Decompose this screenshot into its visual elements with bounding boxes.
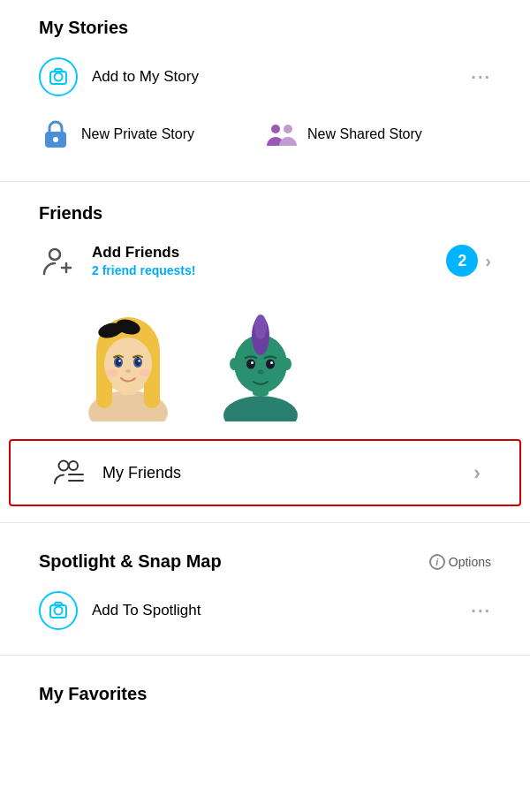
spotlight-title: Spotlight & Snap Map (39, 551, 429, 572)
spotlight-camera-circle (39, 591, 78, 630)
svg-point-20 (135, 359, 140, 366)
new-private-story-label: New Private Story (81, 126, 194, 142)
my-favorites-header: My Favorites (0, 675, 530, 711)
avatars-row (0, 291, 530, 439)
svg-point-32 (266, 360, 275, 369)
svg-point-38 (59, 461, 69, 471)
spotlight-header-row: Spotlight & Snap Map i Options (0, 543, 530, 579)
add-to-spotlight-label: Add To Spotlight (92, 602, 471, 619)
camera-icon (39, 57, 78, 96)
new-shared-story-label: New Shared Story (307, 126, 422, 142)
svg-point-5 (284, 125, 292, 133)
lock-icon (39, 118, 72, 151)
svg-point-3 (53, 137, 58, 142)
svg-point-26 (223, 396, 298, 421)
svg-point-33 (251, 361, 254, 364)
svg-point-13 (104, 338, 152, 391)
my-friends-icon (49, 453, 88, 492)
svg-point-34 (270, 361, 273, 364)
my-stories-section: My Stories Add to My Story ··· (0, 9, 530, 178)
story-options-row: New Private Story New Shared Story (0, 109, 530, 169)
svg-point-36 (230, 358, 238, 370)
page-container: My Stories Add to My Story ··· (0, 0, 530, 720)
svg-point-19 (116, 359, 121, 366)
add-friends-chevron: › (485, 251, 491, 271)
add-friends-row[interactable]: Add Friends 2 friend requests! 2 › (0, 231, 530, 291)
my-friends-chevron: › (473, 460, 481, 485)
svg-point-24 (105, 369, 117, 376)
divider-2 (0, 522, 530, 523)
camera-circle (39, 57, 78, 96)
friends-section: Friends Add Friends 2 friend requests! 2… (0, 186, 530, 506)
add-to-spotlight-item[interactable]: Add To Spotlight ··· (0, 579, 530, 642)
svg-point-42 (55, 607, 63, 615)
spotlight-section: Spotlight & Snap Map i Options Add (0, 527, 530, 642)
avatar-1 (71, 298, 186, 421)
my-friends-row[interactable]: My Friends › (9, 439, 521, 506)
svg-point-41 (69, 461, 78, 470)
svg-point-6 (49, 249, 60, 260)
divider-1 (0, 181, 530, 182)
svg-point-37 (283, 358, 292, 370)
my-friends-label: My Friends (102, 464, 473, 482)
divider-3 (0, 655, 530, 656)
svg-point-35 (258, 370, 264, 375)
add-friends-text: Add Friends 2 friend requests! (92, 244, 446, 277)
svg-point-21 (118, 360, 120, 361)
svg-point-4 (271, 125, 280, 133)
add-to-my-story-more[interactable]: ··· (471, 67, 491, 87)
svg-point-22 (138, 360, 140, 361)
options-label: Options (449, 555, 491, 569)
svg-point-23 (125, 369, 131, 373)
friends-group-icon (265, 118, 299, 151)
new-private-story-option[interactable]: New Private Story (39, 118, 265, 151)
friends-header: Friends (0, 194, 530, 231)
friend-requests-badge: 2 (446, 245, 478, 277)
new-shared-story-option[interactable]: New Shared Story (265, 118, 491, 151)
svg-point-31 (246, 360, 255, 369)
add-to-spotlight-more[interactable]: ··· (471, 601, 491, 621)
avatar-2 (203, 298, 318, 421)
svg-point-30 (254, 315, 267, 339)
svg-point-16 (115, 324, 124, 333)
add-friend-icon (39, 241, 78, 280)
info-icon: i (429, 554, 445, 570)
add-to-my-story-item[interactable]: Add to My Story ··· (0, 45, 530, 109)
add-friends-subtitle: 2 friend requests! (92, 263, 446, 277)
svg-point-25 (139, 369, 151, 376)
my-favorites-section: My Favorites (0, 659, 530, 711)
svg-point-0 (55, 73, 63, 81)
add-friends-title: Add Friends (92, 244, 446, 262)
spotlight-camera-icon (39, 591, 78, 630)
my-stories-header: My Stories (0, 9, 530, 45)
options-group[interactable]: i Options (429, 554, 491, 570)
add-to-my-story-label: Add to My Story (92, 68, 471, 86)
